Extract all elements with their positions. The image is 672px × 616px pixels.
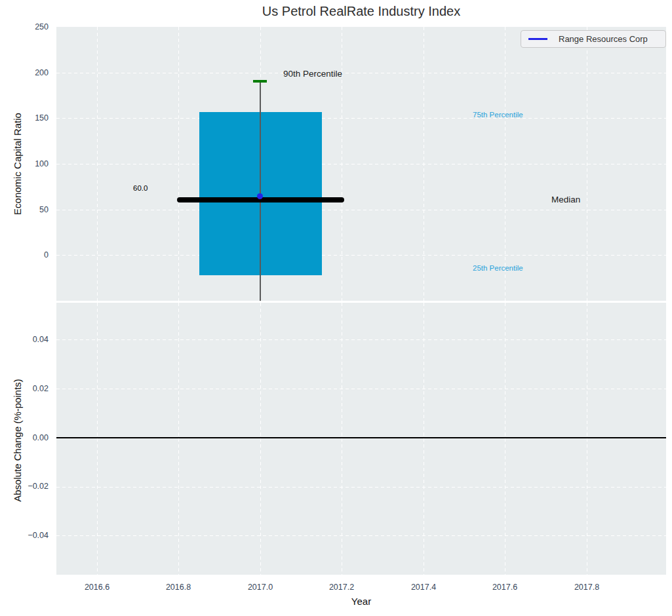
legend: Range Resources Corp <box>521 30 666 48</box>
xtick: 2016.6 <box>71 583 123 592</box>
median-value-annotation: 60.0 <box>133 184 148 192</box>
capital-ratio-plot: 60.0 90th Percentile 75th Percentile Med… <box>56 27 666 301</box>
chart-title: Us Petrol RealRate Industry Index <box>56 4 666 19</box>
median-label: Median <box>551 195 580 204</box>
gridline-h <box>56 535 666 536</box>
gridline-v <box>587 27 587 301</box>
gridline-h <box>56 164 666 164</box>
xtick: 2016.8 <box>152 583 205 592</box>
gridline-v <box>587 303 587 575</box>
legend-line-swatch-icon <box>528 38 547 40</box>
xtick: 2017.6 <box>479 583 531 592</box>
zero-baseline <box>56 437 666 438</box>
gridline-v <box>342 303 342 575</box>
p90-percentile-label: 90th Percentile <box>283 69 342 79</box>
ytick-top: 250 <box>12 22 49 31</box>
p75-percentile-label: 75th Percentile <box>473 111 523 119</box>
figure-canvas: Us Petrol RealRate Industry Index 60.0 9… <box>0 0 672 616</box>
gridline-h <box>56 118 666 119</box>
xtick: 2017.2 <box>315 583 368 592</box>
gridline-v <box>178 27 179 301</box>
gridline-v <box>424 303 424 575</box>
y-axis-label-bottom: Absolute Change (%-points) <box>12 342 25 539</box>
company-data-point <box>257 193 263 199</box>
gridline-v <box>178 303 179 575</box>
gridline-h <box>56 73 666 73</box>
whisker-line <box>260 81 261 301</box>
gridline-h <box>56 210 666 210</box>
x-axis-label: Year <box>335 596 387 607</box>
legend-series-label: Range Resources Corp <box>559 34 648 44</box>
gridline-h <box>56 255 666 256</box>
gridline-h <box>56 389 666 389</box>
gridline-v <box>505 27 505 301</box>
xtick: 2017.8 <box>561 583 613 592</box>
gridline-v <box>97 303 98 575</box>
xtick: 2017.4 <box>397 583 450 592</box>
xtick: 2017.0 <box>234 583 287 592</box>
p25-percentile-label: 25th Percentile <box>473 264 523 272</box>
gridline-v <box>97 27 98 301</box>
gridline-h <box>56 339 666 340</box>
y-axis-label-top: Economic Capital Ratio <box>12 66 25 262</box>
p90-whisker-cap <box>253 80 267 83</box>
gridline-v <box>505 303 505 575</box>
gridline-v <box>260 303 261 575</box>
gridline-h <box>56 487 666 488</box>
absolute-change-plot <box>56 303 666 575</box>
gridline-v <box>342 27 342 301</box>
gridline-v <box>424 27 424 301</box>
